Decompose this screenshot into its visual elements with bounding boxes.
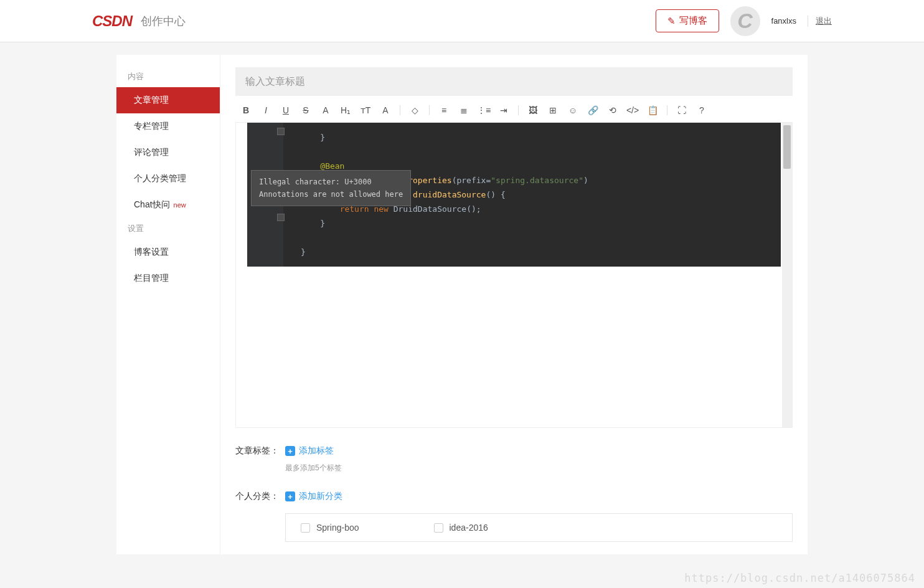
help-icon[interactable]: ?: [696, 105, 707, 116]
category-label: 个人分类：: [235, 491, 285, 502]
sidebar: 内容 文章管理 专栏管理 评论管理 个人分类管理 Chat快问 new 设置 博…: [116, 55, 220, 554]
underline-icon[interactable]: U: [280, 105, 291, 116]
code-line: }: [247, 216, 781, 230]
heading-a-icon[interactable]: A: [320, 105, 331, 116]
indent-icon[interactable]: ⇥: [498, 105, 509, 116]
category-box: Spring-boo idea-2016: [285, 513, 793, 542]
fold-icon[interactable]: [277, 128, 285, 135]
logo[interactable]: CSDN 创作中心: [92, 12, 186, 30]
align-icon[interactable]: ≡: [438, 105, 450, 116]
heading-h1-icon[interactable]: H₁: [340, 105, 351, 116]
checkbox[interactable]: [434, 523, 443, 533]
unlink-icon[interactable]: ⟲: [607, 105, 618, 116]
font-color-icon[interactable]: A: [380, 105, 391, 116]
code-line: }: [247, 130, 781, 145]
sidebar-section-settings: 设置: [116, 218, 220, 239]
sidebar-item-comments[interactable]: 评论管理: [116, 140, 220, 166]
avatar[interactable]: C: [730, 6, 760, 36]
ol-icon[interactable]: ≣: [458, 105, 469, 116]
scrollbar[interactable]: [782, 123, 792, 427]
add-category-button[interactable]: + 添加新分类: [285, 491, 342, 502]
category-name: Spring-boo: [316, 523, 359, 533]
category-name: idea-2016: [450, 523, 488, 533]
avatar-letter: C: [737, 9, 753, 33]
separator-icon: [518, 105, 519, 115]
editor-toolbar: B I U S A H₁ ᴛT A ◇ ≡ ≣ ⋮≡ ⇥ 🖼 ⊞ ☺ 🔗 ⟲ <…: [235, 96, 793, 123]
bold-icon[interactable]: B: [240, 105, 252, 116]
header-right: ✎ 写博客 C fanxlxs 退出: [656, 6, 832, 36]
sidebar-item-blog-settings[interactable]: 博客设置: [116, 239, 220, 265]
italic-icon[interactable]: I: [260, 105, 271, 116]
code-block: Illegal character: U+3000 Annotations ar…: [247, 123, 781, 267]
tooltip-line2: Annotations are not allowed here: [259, 188, 403, 201]
container: 内容 文章管理 专栏管理 评论管理 个人分类管理 Chat快问 new 设置 博…: [116, 55, 808, 554]
plus-icon: +: [285, 491, 295, 501]
main: B I U S A H₁ ᴛT A ◇ ≡ ≣ ⋮≡ ⇥ 🖼 ⊞ ☺ 🔗 ⟲ <…: [220, 55, 808, 554]
code-line: [247, 145, 781, 159]
separator-icon: [400, 105, 400, 115]
tooltip-line1: Illegal character: U+3000: [259, 176, 403, 188]
code-line: }: [247, 245, 781, 259]
strike-icon[interactable]: S: [300, 105, 311, 116]
sidebar-item-articles[interactable]: 文章管理: [116, 87, 220, 113]
sidebar-item-columns[interactable]: 专栏管理: [116, 113, 220, 140]
add-tag-label: 添加标签: [299, 445, 334, 457]
tag-hint: 最多添加5个标签: [285, 463, 793, 473]
sidebar-item-categories[interactable]: 个人分类管理: [116, 166, 220, 192]
add-category-label: 添加新分类: [299, 491, 342, 502]
code-icon[interactable]: </>: [627, 105, 638, 116]
font-size-icon[interactable]: ᴛT: [360, 105, 371, 116]
pencil-icon: ✎: [667, 16, 676, 27]
tags-row: 文章标签： + 添加标签: [235, 445, 793, 457]
scrollbar-thumb[interactable]: [783, 125, 791, 169]
image-icon[interactable]: 🖼: [527, 105, 539, 116]
logout-link[interactable]: 退出: [808, 16, 832, 27]
sidebar-section-content: 内容: [116, 66, 220, 87]
checkbox[interactable]: [301, 523, 310, 533]
category-item[interactable]: idea-2016: [434, 523, 488, 533]
separator-icon: [429, 105, 430, 115]
fullscreen-icon[interactable]: ⛶: [676, 105, 687, 116]
error-tooltip: Illegal character: U+3000 Annotations ar…: [251, 170, 411, 206]
category-item[interactable]: Spring-boo: [301, 523, 359, 533]
ul-icon[interactable]: ⋮≡: [478, 105, 489, 116]
write-blog-label: 写博客: [679, 15, 707, 27]
sidebar-item-chat[interactable]: Chat快问 new: [116, 192, 220, 218]
link-icon[interactable]: 🔗: [587, 105, 598, 116]
logo-subtitle: 创作中心: [141, 14, 186, 29]
article-title-input[interactable]: [235, 67, 793, 96]
emoji-icon[interactable]: ☺: [567, 105, 578, 116]
paste-icon[interactable]: 📋: [647, 105, 658, 116]
plus-icon: +: [285, 446, 295, 456]
table-icon[interactable]: ⊞: [547, 105, 559, 116]
separator-icon: [667, 105, 667, 115]
tags-label: 文章标签：: [235, 445, 285, 457]
fold-icon[interactable]: [277, 214, 285, 221]
write-blog-button[interactable]: ✎ 写博客: [656, 9, 719, 32]
editor-area[interactable]: Illegal character: U+3000 Annotations ar…: [235, 123, 793, 428]
logo-text: CSDN: [92, 12, 132, 30]
username[interactable]: fanxlxs: [771, 16, 796, 26]
new-badge: new: [174, 201, 186, 209]
category-row: 个人分类： + 添加新分类: [235, 491, 793, 502]
header: CSDN 创作中心 ✎ 写博客 C fanxlxs 退出: [0, 0, 924, 42]
sidebar-item-column-mgmt[interactable]: 栏目管理: [116, 265, 220, 292]
code-line: [247, 230, 781, 245]
clear-format-icon[interactable]: ◇: [409, 105, 420, 116]
add-tag-button[interactable]: + 添加标签: [285, 445, 334, 457]
